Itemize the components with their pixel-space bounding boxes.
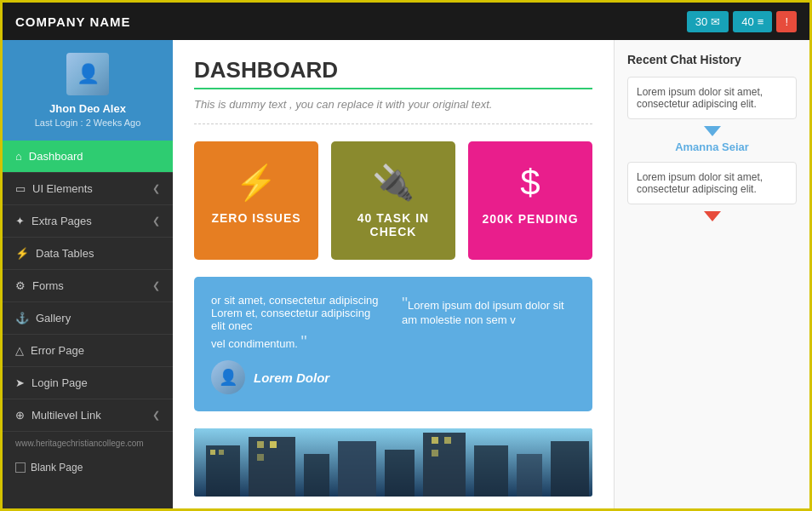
multilevel-link-icon: ⊕ <box>15 409 25 422</box>
sidebar-item-label: Dashboard <box>29 150 83 163</box>
close-quote-icon: " <box>301 332 307 351</box>
testimonial-left: or sit amet, consectetur adipiscing Lore… <box>211 294 385 394</box>
company-name: COMPANY NAME <box>15 14 131 29</box>
mail-count: 30 <box>695 15 707 28</box>
forms-icon: ⚙ <box>15 279 26 292</box>
open-quote-icon: " <box>402 294 408 313</box>
svg-rect-7 <box>474 445 508 497</box>
chat-bubble-1: Lorem ipsum dolor sit amet, consectetur … <box>627 77 797 119</box>
svg-rect-5 <box>385 450 415 497</box>
nav-icon-group: 30 ✉ 40 ≡ ! <box>687 11 797 32</box>
svg-rect-8 <box>517 454 542 497</box>
author-name: Lorem Dolor <box>254 370 329 385</box>
chevron-right-icon: ❮ <box>152 183 160 194</box>
stat-card-task-in-check[interactable]: 🔌 40 TASK IN CHECK <box>331 141 455 260</box>
sidebar-item-label: UI Elements <box>32 182 93 195</box>
blank-page-checkbox[interactable] <box>15 462 26 473</box>
chevron-right-icon: ❮ <box>152 280 160 291</box>
sidebar-lastlogin: Last Login : 2 Weeks Ago <box>15 118 160 128</box>
testimonial-card: or sit amet, consectetur adipiscing Lore… <box>194 277 592 411</box>
chevron-right-icon: ❮ <box>152 215 160 227</box>
chat-bubble-2: Lorem ipsum dolor sit amet, consectetur … <box>627 162 797 204</box>
avatar: 👤 <box>66 53 109 95</box>
testimonial-left-text: or sit amet, consectetur adipiscing Lore… <box>211 294 385 352</box>
stat-card-label: ZERO ISSUES <box>207 211 306 225</box>
sidebar-item-forms[interactable]: ⚙ Forms ❮ <box>3 270 173 302</box>
page-title: DASHBOARD <box>194 57 592 83</box>
sidebar-item-login-page[interactable]: ➤ Login Page <box>3 367 173 399</box>
alert-button[interactable]: ! <box>776 11 797 32</box>
sidebar-item-blank-page[interactable]: Blank Page <box>3 455 173 480</box>
svg-rect-15 <box>432 437 438 444</box>
svg-rect-12 <box>257 441 264 448</box>
chat-arrow-red-icon <box>704 211 721 221</box>
main-layout: 👤 Jhon Deo Alex Last Login : 2 Weeks Ago… <box>3 40 809 511</box>
sidebar-item-dashboard[interactable]: ⌂ Dashboard <box>3 141 173 173</box>
svg-rect-9 <box>551 441 589 497</box>
sidebar-item-ui-elements[interactable]: ▭ UI Elements ❮ <box>3 173 173 205</box>
mail-button[interactable]: 30 ✉ <box>687 11 729 32</box>
sidebar-item-label: Forms <box>32 279 64 292</box>
mail-icon: ✉ <box>711 15 720 28</box>
ui-elements-icon: ▭ <box>15 182 26 195</box>
author-avatar: 👤 <box>211 360 245 394</box>
top-navigation: COMPANY NAME 30 ✉ 40 ≡ ! <box>3 3 809 40</box>
chat-title: Recent Chat History <box>627 53 797 66</box>
main-content: DASHBOARD This is dummy text , you can r… <box>173 40 614 511</box>
stat-card-zero-issues[interactable]: ⚡ ZERO ISSUES <box>194 141 318 260</box>
chat-sender-name: Amanna Seiar <box>627 141 797 153</box>
svg-rect-4 <box>338 441 376 497</box>
sidebar-item-label: Multilevel Link <box>31 409 101 422</box>
list-icon: ≡ <box>758 15 764 28</box>
login-page-icon: ➤ <box>15 376 25 389</box>
svg-rect-11 <box>219 450 224 455</box>
sidebar-username: Jhon Deo Alex <box>15 102 160 115</box>
bottom-image <box>194 428 592 497</box>
blank-page-label: Blank Page <box>31 462 83 474</box>
sidebar: 👤 Jhon Deo Alex Last Login : 2 Weeks Ago… <box>3 40 173 511</box>
testimonial-right-text: "Lorem ipsum dol ipsum dolor sit am mole… <box>402 294 575 326</box>
stat-card-label: 200K PENDING <box>481 212 580 226</box>
svg-rect-16 <box>444 437 451 444</box>
page-subtitle: This is dummy text , you can replace it … <box>194 98 592 111</box>
plug-icon: 🔌 <box>344 163 443 203</box>
svg-rect-10 <box>210 450 215 455</box>
stat-cards-container: ⚡ ZERO ISSUES 🔌 40 TASK IN CHECK $ 200K … <box>194 141 592 260</box>
sidebar-item-label: Error Page <box>31 344 84 357</box>
gallery-icon: ⚓ <box>15 312 29 324</box>
content-divider <box>194 123 592 124</box>
sidebar-item-label: Login Page <box>31 376 88 389</box>
list-count: 40 <box>741 15 753 28</box>
stat-card-pending[interactable]: $ 200K PENDING <box>468 141 592 260</box>
sidebar-profile: 👤 Jhon Deo Alex Last Login : 2 Weeks Ago <box>3 40 173 141</box>
stat-card-label: 40 TASK IN CHECK <box>344 211 443 238</box>
chat-message-text: Lorem ipsum dolor sit amet, consectetur … <box>637 86 763 110</box>
svg-rect-3 <box>304 454 329 497</box>
extra-pages-icon: ✦ <box>15 215 25 227</box>
error-page-icon: △ <box>15 344 24 357</box>
sidebar-item-label: Gallery <box>36 312 71 324</box>
sidebar-item-multilevel-link[interactable]: ⊕ Multilevel Link ❮ <box>3 399 173 432</box>
chat-arrow-icon <box>704 126 721 136</box>
chat-message-text: Lorem ipsum dolor sit amet, consectetur … <box>637 171 763 195</box>
bolt-icon: ⚡ <box>207 163 306 203</box>
dashboard-icon: ⌂ <box>15 150 22 163</box>
alert-icon: ! <box>785 15 788 28</box>
sidebar-item-data-tables[interactable]: ⚡ Data Tables <box>3 238 173 270</box>
list-button[interactable]: 40 ≡ <box>733 11 772 32</box>
testimonial-author: 👤 Lorem Dolor <box>211 360 385 394</box>
chevron-right-icon: ❮ <box>152 410 160 421</box>
sidebar-item-error-page[interactable]: △ Error Page <box>3 335 173 367</box>
page-divider <box>194 88 592 89</box>
testimonial-right: "Lorem ipsum dol ipsum dolor sit am mole… <box>402 294 575 394</box>
sidebar-item-gallery[interactable]: ⚓ Gallery <box>3 302 173 335</box>
svg-rect-14 <box>257 454 264 461</box>
building-graphic <box>194 428 592 497</box>
sidebar-footer-url: www.heritagechristiancollege.com <box>3 432 173 455</box>
data-tables-icon: ⚡ <box>15 247 29 260</box>
svg-rect-17 <box>432 450 438 456</box>
sidebar-item-extra-pages[interactable]: ✦ Extra Pages ❮ <box>3 205 173 238</box>
svg-rect-13 <box>270 441 277 448</box>
sidebar-item-label: Data Tables <box>36 247 94 260</box>
right-panel-chat: Recent Chat History Lorem ipsum dolor si… <box>614 40 809 511</box>
